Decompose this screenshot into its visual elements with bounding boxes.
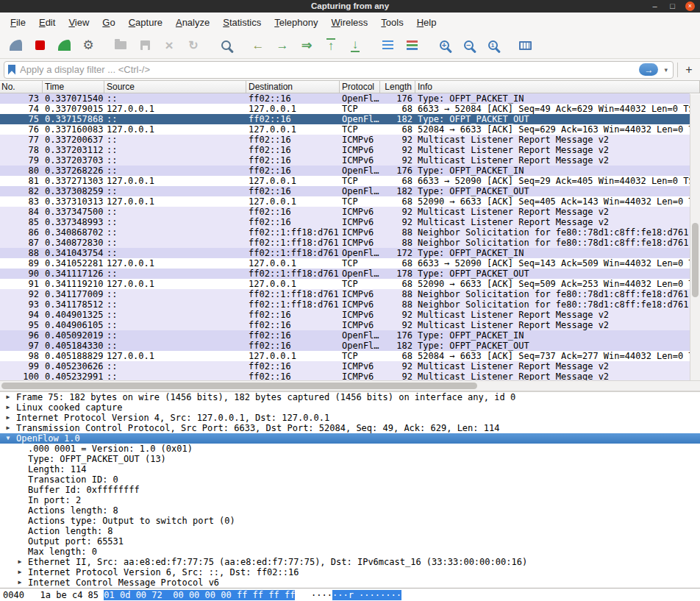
colorize-button[interactable] bbox=[401, 35, 423, 56]
packet-row-75[interactable]: 750.337157868::ff02::16OpenFl…182Type: O… bbox=[0, 114, 690, 124]
auto-scroll-button[interactable] bbox=[376, 35, 399, 56]
menu-go[interactable]: Go bbox=[96, 13, 121, 32]
zoom-out-button[interactable] bbox=[457, 35, 479, 56]
detail-row[interactable]: ▶Internet Protocol Version 4, Src: 127.0… bbox=[0, 413, 700, 423]
packet-row-85[interactable]: 850.337348993::ff02::16ICMPv692Multicast… bbox=[0, 217, 690, 227]
detail-row[interactable]: Transaction ID: 0 bbox=[0, 474, 700, 485]
collapse-icon[interactable]: ▼ bbox=[4, 433, 12, 444]
menu-telephony[interactable]: Telephony bbox=[268, 13, 324, 32]
bookmark-icon[interactable] bbox=[8, 65, 15, 75]
horizontal-scrollbar-thumb[interactable] bbox=[1, 383, 477, 389]
menu-tools[interactable]: Tools bbox=[374, 13, 410, 32]
column-header-source[interactable]: Source bbox=[104, 81, 246, 93]
detail-row[interactable]: .000 0001 = Version: 1.0 (0x01) bbox=[0, 444, 700, 454]
detail-row[interactable]: ▶Linux cooked capture bbox=[0, 402, 700, 413]
go-to-bottom-button[interactable] bbox=[344, 35, 366, 56]
titlebar[interactable]: Capturing from any – □ × bbox=[0, 0, 700, 13]
go-to-top-button[interactable] bbox=[320, 35, 342, 56]
packet-row-79[interactable]: 790.337203703::ff02::16ICMPv692Multicast… bbox=[0, 155, 690, 166]
packet-row-93[interactable]: 930.341178512::ff02::1:ff18:d761ICMPv688… bbox=[0, 299, 690, 310]
menu-capture[interactable]: Capture bbox=[122, 13, 169, 32]
start-capture-button[interactable] bbox=[4, 35, 26, 56]
packet-row-89[interactable]: 890.341052281127.0.0.1127.0.0.1TCP686633… bbox=[0, 258, 690, 269]
menu-help[interactable]: Help bbox=[410, 13, 443, 32]
menu-view[interactable]: View bbox=[62, 13, 96, 32]
detail-row[interactable]: In port: 2 bbox=[0, 495, 700, 505]
reload-button[interactable] bbox=[182, 35, 204, 56]
packet-row-76[interactable]: 760.337160083127.0.0.1127.0.0.1TCP685208… bbox=[0, 124, 690, 135]
menu-edit[interactable]: Edit bbox=[32, 13, 62, 32]
detail-row[interactable]: ▶Internet Control Message Protocol v6 bbox=[0, 577, 700, 588]
detail-row[interactable]: ▶Ethernet II, Src: aa:e8:ed:f7:77:75 (aa… bbox=[0, 557, 700, 567]
packet-row-90[interactable]: 900.341117126::ff02::1:ff18:d761OpenFl…1… bbox=[0, 269, 690, 279]
detail-row[interactable]: ▶Transmission Control Protocol, Src Port… bbox=[0, 423, 700, 433]
go-back-button[interactable] bbox=[247, 35, 269, 56]
column-header-time[interactable]: Time bbox=[43, 81, 104, 93]
detail-row[interactable]: Buffer Id: 0xffffffff bbox=[0, 485, 700, 495]
detail-row[interactable]: ▶Frame 75: 182 bytes on wire (1456 bits)… bbox=[0, 392, 700, 402]
packet-row-92[interactable]: 920.341177009::ff02::1:ff18:d761ICMPv688… bbox=[0, 289, 690, 299]
packet-row-97[interactable]: 970.405184330::ff02::16OpenFl…182Type: O… bbox=[0, 341, 690, 351]
close-file-button[interactable] bbox=[158, 35, 180, 56]
column-header-protocol[interactable]: Protocol bbox=[340, 81, 380, 93]
detail-row[interactable]: ▼OpenFlow 1.0 bbox=[0, 433, 700, 444]
maximize-button[interactable]: □ bbox=[668, 1, 677, 11]
restart-capture-button[interactable] bbox=[53, 35, 75, 56]
column-header-destination[interactable]: Destination bbox=[246, 81, 340, 93]
packet-row-100[interactable]: 1000.405232991::ff02::16ICMPv692Multicas… bbox=[0, 371, 690, 380]
packet-row-98[interactable]: 980.405188829127.0.0.1127.0.0.1TCP685208… bbox=[0, 351, 690, 361]
packet-row-73[interactable]: 730.337071540::ff02::16OpenFl…176Type: O… bbox=[0, 93, 690, 104]
column-header-length[interactable]: Length bbox=[380, 81, 415, 93]
packet-row-99[interactable]: 990.405230626::ff02::16ICMPv692Multicast… bbox=[0, 361, 690, 371]
expand-icon[interactable]: ▶ bbox=[4, 413, 12, 423]
vertical-scrollbar[interactable] bbox=[690, 94, 700, 380]
close-button[interactable]: × bbox=[685, 1, 695, 11]
packet-row-88[interactable]: 880.341043754::ff02::1:ff18:d761OpenFl…1… bbox=[0, 248, 690, 258]
packet-row-82[interactable]: 820.337308259::ff02::16OpenFl…182Type: O… bbox=[0, 186, 690, 196]
column-header-no[interactable]: No. bbox=[0, 81, 43, 93]
packet-row-95[interactable]: 950.404906105::ff02::16ICMPv692Multicast… bbox=[0, 320, 690, 330]
add-filter-button[interactable]: + bbox=[682, 62, 696, 78]
apply-filter-button[interactable] bbox=[639, 63, 658, 76]
display-filter-input[interactable] bbox=[20, 64, 635, 75]
column-header-info[interactable]: Info bbox=[415, 81, 700, 93]
packet-row-77[interactable]: 770.337200637::ff02::16ICMPv692Multicast… bbox=[0, 135, 690, 145]
expand-icon[interactable]: ▶ bbox=[4, 392, 12, 402]
packet-row-87[interactable]: 870.340872830::ff02::1:ff18:d761ICMPv688… bbox=[0, 238, 690, 248]
detail-row[interactable]: Max length: 0 bbox=[0, 547, 700, 557]
packet-row-81[interactable]: 810.337271303127.0.0.1127.0.0.1TCP686633… bbox=[0, 176, 690, 186]
vertical-scrollbar-thumb[interactable] bbox=[692, 223, 699, 297]
detail-row[interactable]: Type: OFPT_PACKET_OUT (13) bbox=[0, 454, 700, 464]
packet-row-84[interactable]: 840.337347500::ff02::16ICMPv692Multicast… bbox=[0, 207, 690, 217]
open-file-button[interactable] bbox=[110, 35, 132, 56]
resize-columns-button[interactable] bbox=[514, 35, 536, 56]
minimize-button[interactable]: – bbox=[650, 1, 660, 11]
save-file-button[interactable] bbox=[134, 35, 156, 56]
detail-row[interactable]: Action length: 8 bbox=[0, 526, 700, 536]
go-to-packet-button[interactable] bbox=[296, 35, 318, 56]
packet-row-74[interactable]: 740.337079015127.0.0.1127.0.0.1TCP686633… bbox=[0, 104, 690, 114]
expand-icon[interactable]: ▶ bbox=[4, 402, 12, 413]
menu-analyze[interactable]: Analyze bbox=[169, 13, 216, 32]
packet-row-91[interactable]: 910.341119210127.0.0.1127.0.0.1TCP685209… bbox=[0, 279, 690, 289]
go-forward-button[interactable] bbox=[271, 35, 293, 56]
detail-row[interactable]: ▶Internet Protocol Version 6, Src: ::, D… bbox=[0, 567, 700, 577]
expand-icon[interactable]: ▶ bbox=[15, 557, 24, 567]
packet-row-86[interactable]: 860.340868702::ff02::1:ff18:d761ICMPv688… bbox=[0, 227, 690, 238]
packet-row-83[interactable]: 830.337310313127.0.0.1127.0.0.1TCP685209… bbox=[0, 196, 690, 207]
detail-row[interactable]: Output port: 65531 bbox=[0, 536, 700, 547]
filter-dropdown-icon[interactable] bbox=[662, 66, 669, 74]
menu-statistics[interactable]: Statistics bbox=[216, 13, 268, 32]
zoom-in-button[interactable] bbox=[433, 35, 455, 56]
hex-row[interactable]: 0040 1a be c4 85 01 0d 00 72 00 00 00 00… bbox=[3, 590, 697, 600]
expand-icon[interactable]: ▶ bbox=[4, 423, 12, 433]
packet-row-96[interactable]: 960.405092019::ff02::16OpenFl…176Type: O… bbox=[0, 330, 690, 341]
packet-row-78[interactable]: 780.337203112::ff02::16ICMPv692Multicast… bbox=[0, 145, 690, 155]
detail-row[interactable]: Length: 114 bbox=[0, 464, 700, 474]
detail-row[interactable]: Actions length: 8 bbox=[0, 505, 700, 516]
menu-file[interactable]: File bbox=[4, 13, 32, 32]
stop-capture-button[interactable] bbox=[29, 35, 51, 56]
zoom-original-button[interactable] bbox=[482, 35, 504, 56]
expand-icon[interactable]: ▶ bbox=[15, 577, 24, 588]
packet-row-80[interactable]: 800.337268226::ff02::16OpenFl…176Type: O… bbox=[0, 166, 690, 176]
